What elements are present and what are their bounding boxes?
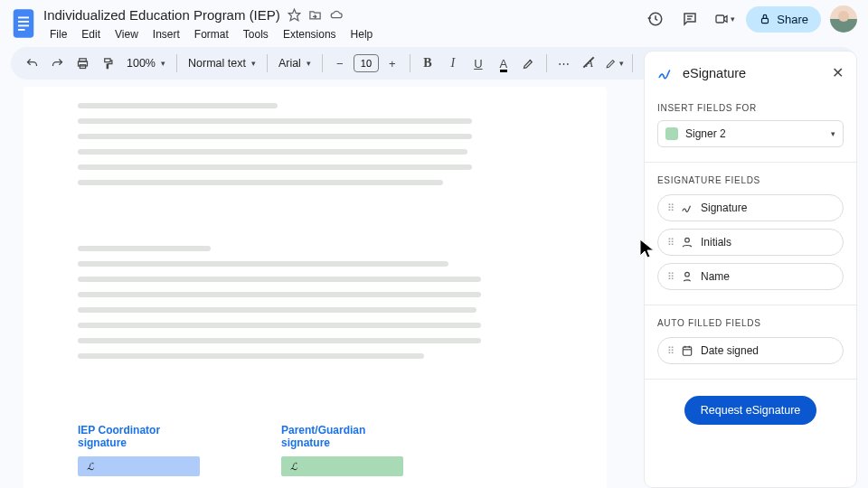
- menu-edit[interactable]: Edit: [75, 25, 107, 43]
- star-icon[interactable]: [288, 8, 301, 22]
- menu-help[interactable]: Help: [344, 25, 380, 43]
- share-button[interactable]: Share: [746, 6, 821, 33]
- auto-fields-label: AUTO FILLED FIELDS: [645, 318, 856, 328]
- menu-tools[interactable]: Tools: [237, 25, 275, 43]
- divider: [645, 162, 856, 163]
- menu-insert[interactable]: Insert: [146, 25, 186, 43]
- svg-marker-5: [288, 9, 300, 21]
- signature-label-1: IEP Coordinator signature: [78, 424, 200, 449]
- share-label: Share: [777, 13, 808, 26]
- decrease-font-button[interactable]: −: [328, 52, 352, 75]
- separator: [322, 54, 323, 72]
- drag-handle-icon: ⠿: [667, 345, 674, 357]
- signature-label-2: Parent/Guardian signature: [281, 424, 403, 449]
- underline-button[interactable]: U: [467, 52, 490, 75]
- menu-view[interactable]: View: [108, 25, 145, 43]
- menu-extensions[interactable]: Extensions: [277, 25, 343, 43]
- separator: [546, 54, 547, 72]
- lock-icon: [759, 13, 771, 25]
- insert-fields-label: INSERT FIELDS FOR: [645, 103, 856, 113]
- separator: [410, 54, 410, 72]
- esignature-panel: eSignature ✕ INSERT FIELDS FOR Signer 2 …: [644, 51, 857, 488]
- field-date-signed[interactable]: ⠿ Date signed: [657, 337, 844, 364]
- paint-format-button[interactable]: [96, 52, 119, 75]
- field-name[interactable]: ⠿ Name: [657, 263, 844, 290]
- history-icon[interactable]: [643, 6, 668, 32]
- redo-button[interactable]: [45, 52, 69, 75]
- header-actions: ▾ Share: [643, 5, 857, 33]
- menu-file[interactable]: File: [43, 25, 73, 43]
- signature-field-1[interactable]: ℒ: [78, 456, 200, 476]
- placeholder-line: [78, 164, 472, 170]
- field-label: Signature: [701, 202, 747, 214]
- svg-rect-1: [18, 17, 29, 19]
- style-dropdown[interactable]: Normal text▾: [183, 57, 261, 70]
- separator: [267, 54, 268, 72]
- doc-title[interactable]: Individualized Education Program (IEP): [43, 7, 280, 23]
- initials-field-icon: [681, 236, 693, 249]
- field-signature[interactable]: ⠿ Signature: [657, 194, 844, 221]
- italic-button[interactable]: I: [441, 52, 465, 75]
- zoom-dropdown[interactable]: 100%▾: [121, 57, 171, 70]
- placeholder-line: [78, 246, 211, 251]
- menu-format[interactable]: Format: [188, 25, 235, 43]
- comments-icon[interactable]: [677, 6, 703, 32]
- svg-rect-9: [762, 18, 769, 23]
- placeholder-line: [78, 149, 467, 155]
- drag-handle-icon: ⠿: [667, 202, 674, 214]
- bold-button[interactable]: B: [416, 52, 439, 75]
- highlight-button[interactable]: [517, 52, 541, 75]
- account-avatar[interactable]: [830, 5, 857, 33]
- svg-rect-3: [18, 25, 29, 27]
- field-initials[interactable]: ⠿ Initials: [657, 229, 844, 256]
- placeholder-line: [78, 261, 448, 267]
- move-folder-icon[interactable]: [308, 8, 322, 22]
- signature-icon: ℒ: [290, 461, 297, 473]
- undo-button[interactable]: [20, 52, 43, 75]
- cloud-saved-icon[interactable]: [329, 8, 344, 22]
- text-color-button[interactable]: A: [492, 52, 515, 75]
- chevron-down-icon: ▾: [831, 129, 835, 138]
- divider: [645, 379, 856, 380]
- panel-title: eSignature: [683, 66, 823, 80]
- field-label: Initials: [701, 236, 731, 249]
- font-size-input[interactable]: 10: [354, 54, 379, 72]
- placeholder-line: [78, 180, 443, 185]
- placeholder-line: [78, 338, 481, 343]
- placeholder-line: [78, 353, 424, 359]
- esignature-icon: [657, 65, 674, 81]
- placeholder-line: [78, 103, 278, 108]
- separator: [632, 54, 633, 72]
- signer-dropdown[interactable]: Signer 2 ▾: [657, 120, 844, 147]
- divider: [645, 305, 856, 305]
- svg-rect-2: [18, 21, 29, 23]
- drag-handle-icon: ⠿: [667, 271, 674, 283]
- placeholder-line: [78, 323, 481, 328]
- placeholder-line: [78, 307, 476, 313]
- docs-logo-icon: [11, 7, 36, 40]
- print-button[interactable]: [71, 52, 94, 75]
- meet-icon[interactable]: ▾: [712, 6, 737, 32]
- signer-name: Signer 2: [685, 127, 824, 140]
- request-esignature-button[interactable]: Request eSignature: [684, 396, 817, 425]
- name-field-icon: [681, 270, 693, 283]
- placeholder-line: [78, 134, 472, 139]
- svg-rect-13: [104, 58, 109, 61]
- separator: [176, 54, 177, 72]
- edit-mode-dropdown[interactable]: ▾: [603, 52, 627, 75]
- svg-point-14: [685, 238, 690, 242]
- more-button[interactable]: ⋯: [552, 52, 576, 75]
- clear-format-button[interactable]: A: [578, 52, 601, 75]
- title-block: Individualized Education Program (IEP) F…: [43, 5, 643, 43]
- app-header: Individualized Education Program (IEP) F…: [0, 0, 868, 43]
- close-panel-button[interactable]: ✕: [832, 64, 844, 81]
- document-canvas[interactable]: IEP Coordinator signature ℒ Parent/Guard…: [24, 87, 633, 488]
- signature-field-2[interactable]: ℒ: [281, 456, 403, 476]
- drag-handle-icon: ⠿: [667, 237, 674, 249]
- field-label: Date signed: [701, 344, 759, 357]
- svg-rect-0: [14, 9, 34, 38]
- menu-bar: File Edit View Insert Format Tools Exten…: [43, 25, 643, 43]
- font-dropdown[interactable]: Arial▾: [273, 57, 316, 70]
- field-label: Name: [701, 270, 730, 283]
- increase-font-button[interactable]: +: [381, 52, 404, 75]
